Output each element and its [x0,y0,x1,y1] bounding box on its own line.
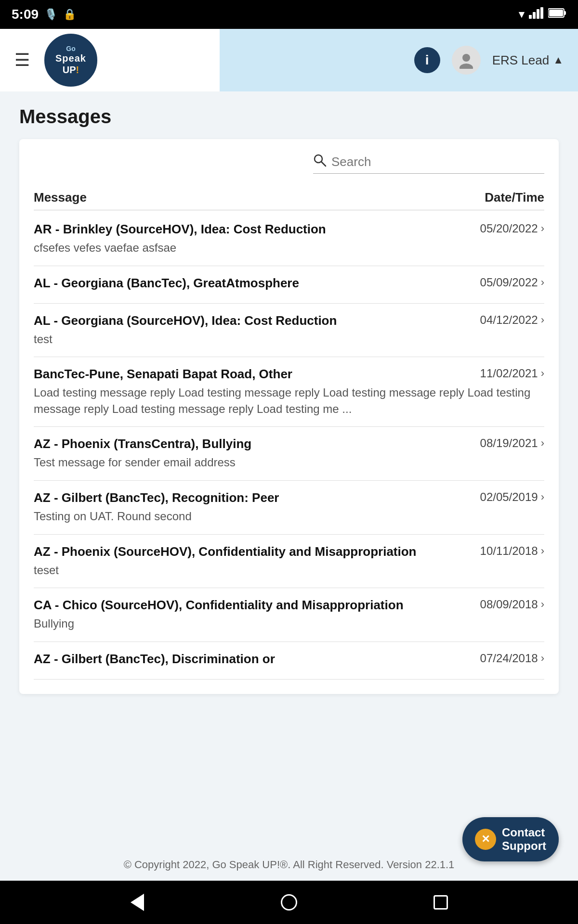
hamburger-menu[interactable]: ☰ [14,50,30,70]
contact-support-button[interactable]: ✕ Contact Support [462,817,559,861]
message-subject: AL - Georgiana (BancTec), GreatAtmospher… [34,276,480,291]
page-content: Messages Message Date/Time AR - Brink [0,91,578,849]
col-message-header: Message [34,190,87,205]
app-logo: Go Speak UP! [44,34,97,87]
chevron-right-icon: › [541,545,544,557]
svg-rect-6 [549,10,563,16]
chevron-right-icon: › [541,314,544,326]
message-preview: teset [34,562,544,578]
status-time: 5:09 [12,7,39,22]
message-date: 07/24/2018 › [480,652,544,665]
svg-rect-3 [540,7,543,19]
search-icon [313,154,327,170]
message-date: 08/19/2021 › [480,436,544,450]
svg-rect-5 [564,11,566,15]
svg-point-7 [462,54,470,62]
contact-support-icon: ✕ [475,829,496,850]
footer-text: © Copyright 2022, Go Speak UP!®. All Rig… [124,859,455,871]
recents-button[interactable] [426,888,455,917]
message-date: 04/12/2022 › [480,313,544,327]
message-row[interactable]: AZ - Gilbert (BancTec), Recognition: Pee… [34,481,544,535]
lock-icon: 🔒 [63,8,76,21]
svg-point-8 [460,64,473,69]
user-menu[interactable]: ERS Lead ▲ [492,53,564,68]
header-actions: i ERS Lead ▲ [414,46,564,75]
message-subject: AZ - Gilbert (BancTec), Discrimination o… [34,652,480,667]
page-title: Messages [19,106,559,128]
svg-rect-1 [533,12,536,19]
message-subject: AZ - Phoenix (SourceHOV), Confidentialit… [34,544,480,559]
svg-line-10 [321,162,326,166]
contact-support-label: Contact Support [502,826,546,853]
message-preview: test [34,331,544,347]
message-preview: Testing on UAT. Round second [34,508,544,525]
messages-list: AR - Brinkley (SourceHOV), Idea: Cost Re… [34,212,544,680]
search-box [313,154,544,174]
message-date: 05/09/2022 › [480,276,544,289]
svg-rect-0 [529,15,532,19]
chevron-right-icon: › [541,598,544,611]
message-date: 08/09/2018 › [480,598,544,611]
chevron-right-icon: › [541,491,544,503]
message-row[interactable]: AZ - Gilbert (BancTec), Discrimination o… [34,642,544,680]
message-subject: BancTec-Pune, Senapati Bapat Road, Other [34,367,480,382]
table-header: Message Date/Time [34,185,544,210]
home-button[interactable] [275,888,303,917]
battery-icon [548,8,566,21]
col-datetime-header: Date/Time [485,190,544,205]
message-date: 05/20/2022 › [480,222,544,235]
status-bar: 5:09 🎙️ 🔒 ▾ [0,0,578,29]
back-button[interactable] [123,888,152,917]
message-row[interactable]: AL - Georgiana (SourceHOV), Idea: Cost R… [34,304,544,358]
wifi-icon: ▾ [519,8,524,21]
chevron-right-icon: › [541,437,544,449]
chevron-right-icon: › [541,276,544,289]
search-container [34,154,544,174]
caret-icon: ▲ [553,54,564,66]
chevron-right-icon: › [541,367,544,380]
message-subject: CA - Chico (SourceHOV), Confidentiality … [34,598,480,613]
message-row[interactable]: CA - Chico (SourceHOV), Confidentiality … [34,588,544,642]
message-date: 11/02/2021 › [480,367,544,380]
message-subject: AZ - Gilbert (BancTec), Recognition: Pee… [34,490,480,505]
message-subject: AR - Brinkley (SourceHOV), Idea: Cost Re… [34,222,480,237]
search-input[interactable] [331,154,544,169]
message-row[interactable]: AZ - Phoenix (SourceHOV), Confidentialit… [34,535,544,589]
chevron-right-icon: › [541,652,544,665]
message-subject: AL - Georgiana (SourceHOV), Idea: Cost R… [34,313,480,328]
info-button[interactable]: i [414,47,440,73]
android-nav-bar [0,881,578,924]
message-row[interactable]: AZ - Phoenix (TransCentra), Bullying 08/… [34,427,544,481]
message-preview: Bullying [34,616,544,632]
signal-icon [529,7,543,22]
message-row[interactable]: AR - Brinkley (SourceHOV), Idea: Cost Re… [34,212,544,266]
header: ☰ Go Speak UP! i ERS Lead ▲ [0,29,578,91]
message-date: 02/05/2019 › [480,490,544,504]
avatar-button[interactable] [452,46,481,75]
message-preview: cfsefes vefes vaefae asfsae [34,240,544,256]
svg-rect-2 [537,9,539,19]
chevron-right-icon: › [541,222,544,235]
message-preview: Test message for sender email address [34,454,544,471]
message-row[interactable]: BancTec-Pune, Senapati Bapat Road, Other… [34,357,544,427]
messages-card: Message Date/Time AR - Brinkley (SourceH… [19,139,559,694]
message-subject: AZ - Phoenix (TransCentra), Bullying [34,436,480,451]
message-date: 10/11/2018 › [480,544,544,558]
message-row[interactable]: AL - Georgiana (BancTec), GreatAtmospher… [34,266,544,304]
podcast-icon: 🎙️ [44,8,57,21]
message-preview: Load testing message reply Load testing … [34,385,544,417]
